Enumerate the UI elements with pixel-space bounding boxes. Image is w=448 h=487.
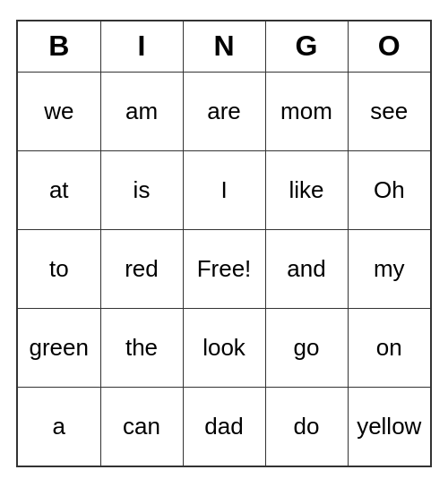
table-cell: a: [18, 387, 100, 466]
header-row: B I N G O: [18, 21, 430, 72]
table-cell: red: [100, 229, 183, 308]
table-cell: Free!: [183, 229, 265, 308]
table-cell: at: [18, 150, 100, 229]
table-row: greenthelookgoon: [18, 308, 430, 387]
table-cell: my: [348, 229, 430, 308]
table-cell: can: [100, 387, 183, 466]
table-cell: on: [348, 308, 430, 387]
table-cell: see: [348, 72, 430, 150]
col-n: N: [183, 21, 265, 72]
table-cell: like: [265, 150, 348, 229]
col-i: I: [100, 21, 183, 72]
table-cell: are: [183, 72, 265, 150]
table-cell: am: [100, 72, 183, 150]
table-cell: we: [18, 72, 100, 150]
table-cell: go: [265, 308, 348, 387]
col-b: B: [18, 21, 100, 72]
table-cell: Oh: [348, 150, 430, 229]
col-o: O: [348, 21, 430, 72]
col-g: G: [265, 21, 348, 72]
table-row: acandaddoyellow: [18, 387, 430, 466]
table-cell: do: [265, 387, 348, 466]
bingo-card: B I N G O weamaremomseeatisIlikeOhtoredF…: [16, 20, 432, 467]
bingo-table: B I N G O weamaremomseeatisIlikeOhtoredF…: [18, 21, 430, 466]
table-cell: is: [100, 150, 183, 229]
table-cell: yellow: [348, 387, 430, 466]
table-row: weamaremomsee: [18, 72, 430, 150]
table-cell: green: [18, 308, 100, 387]
bingo-body: weamaremomseeatisIlikeOhtoredFree!andmyg…: [18, 72, 430, 466]
table-cell: dad: [183, 387, 265, 466]
table-cell: mom: [265, 72, 348, 150]
table-cell: and: [265, 229, 348, 308]
table-cell: I: [183, 150, 265, 229]
table-cell: look: [183, 308, 265, 387]
table-cell: to: [18, 229, 100, 308]
table-row: toredFree!andmy: [18, 229, 430, 308]
table-row: atisIlikeOh: [18, 150, 430, 229]
table-cell: the: [100, 308, 183, 387]
